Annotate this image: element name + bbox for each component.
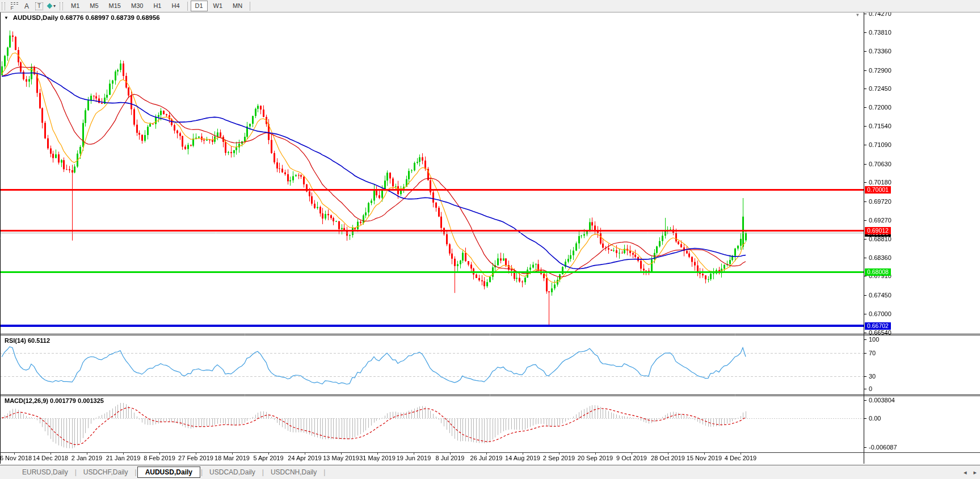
price-level-badge: 0.66702 <box>865 322 891 330</box>
macd-axis-label: 0.00 <box>869 415 881 422</box>
price-tick-label: 0.70630 <box>869 161 891 167</box>
timeframe-button-h1[interactable]: H1 <box>149 1 166 11</box>
open-value: 0.68776 <box>60 14 84 21</box>
price-tick-label: 0.67450 <box>869 292 891 299</box>
symbol-tabs: EURUSD,Daily|USDCHF,Daily|AUDUSD,Daily|U… <box>16 467 326 478</box>
date-label: 15 Nov 2019 <box>687 455 722 461</box>
price-tick-label: 0.72450 <box>869 85 891 92</box>
price-level-badge: 0.68008 <box>865 268 891 276</box>
price-tick-label: 0.68360 <box>869 254 891 261</box>
chart-title: ▼ AUDUSD,Daily 0.68776 0.68997 0.68739 0… <box>4 14 160 21</box>
date-label: 19 Jun 2019 <box>397 455 431 461</box>
date-label: 18 Mar 2019 <box>214 455 250 461</box>
toolbar-drag-handle[interactable] <box>2 2 5 10</box>
high-value: 0.68997 <box>86 14 110 21</box>
timeframe-button-m1[interactable]: M1 <box>66 1 84 11</box>
price-tick-label: 0.67000 <box>869 310 891 317</box>
price-tick-label: 0.70180 <box>869 179 891 186</box>
date-label: 14 Aug 2019 <box>505 455 540 461</box>
date-label: 26 Jul 2019 <box>470 455 503 461</box>
toolbar-drag-handle[interactable] <box>60 2 63 10</box>
price-level-badge: 0.69012 <box>865 227 891 234</box>
collapse-triangle-icon[interactable]: ▼ <box>4 15 9 20</box>
shapes-tool-button[interactable]: ▾ <box>46 1 57 11</box>
date-label: 21 Jan 2019 <box>106 455 141 461</box>
tab-separator: | <box>262 468 264 476</box>
rsi-axis-label: 0 <box>869 385 872 392</box>
tab-usdcnh[interactable]: USDCNH,Daily <box>264 467 323 478</box>
price-tick-label: 0.69720 <box>869 198 891 205</box>
price-tick-label: 0.71540 <box>869 123 891 129</box>
price-tick-label: 0.73810 <box>869 29 891 36</box>
date-label: 2 Sep 2019 <box>543 455 575 461</box>
tab-audusd[interactable]: AUDUSD,Daily <box>137 467 200 478</box>
symbol-label: AUDUSD,Daily <box>13 14 58 21</box>
timeframe-button-w1[interactable]: W1 <box>209 1 228 11</box>
price-chart-canvas[interactable] <box>0 0 980 479</box>
chevron-down-icon: ▾ <box>53 3 56 9</box>
date-label: 28 Oct 2019 <box>651 455 685 461</box>
date-label: 5 Apr 2019 <box>253 455 283 461</box>
date-label: 8 Jul 2019 <box>436 455 465 461</box>
date-label: 9 Oct 2019 <box>616 455 647 461</box>
date-label: 14 Dec 2018 <box>33 455 68 461</box>
timeframe-button-h4[interactable]: H4 <box>167 1 184 11</box>
tab-separator: | <box>323 468 325 476</box>
price-tick-label: 0.72900 <box>869 67 891 74</box>
date-label: 2 Jan 2019 <box>71 455 102 461</box>
tab-scroll-right-icon[interactable]: ▸ <box>973 469 977 476</box>
fibonacci-icon: F <box>11 1 18 11</box>
timeframe-button-mn[interactable]: MN <box>228 1 247 11</box>
tab-scroll-left-icon[interactable]: ◂ <box>964 469 967 476</box>
tab-usdcad[interactable]: USDCAD,Daily <box>203 467 262 478</box>
rsi-axis-label: 70 <box>869 350 876 356</box>
low-value: 0.68739 <box>111 14 134 21</box>
fibonacci-tool-button[interactable]: F <box>9 1 20 11</box>
toolbar-separator <box>250 2 250 11</box>
tab-separator: | <box>135 468 137 476</box>
top-toolbar: F A T ▾ M1M5M15M30H1H4D1W1MN <box>0 0 980 12</box>
date-label: 31 May 2019 <box>359 455 396 461</box>
symbol-tab-bar: EURUSD,Daily|USDCHF,Daily|AUDUSD,Daily|U… <box>0 465 980 479</box>
tab-eurusd[interactable]: EURUSD,Daily <box>16 467 74 478</box>
price-tick-label: 0.66540 <box>869 329 891 336</box>
text-t-icon: T <box>35 2 43 10</box>
price-level-badge: 0.70001 <box>865 186 891 194</box>
close-value: 0.68956 <box>136 14 160 21</box>
tab-separator: | <box>75 468 77 476</box>
date-label: 8 Feb 2019 <box>144 455 175 461</box>
macd-axis-label: -0.006087 <box>869 444 897 451</box>
timeframe-button-d1[interactable]: D1 <box>191 1 208 11</box>
macd-indicator-label: MACD(12,26,9) 0.001779 0.001325 <box>5 397 104 404</box>
date-label: 26 Nov 2018 <box>0 455 32 461</box>
text-label-tool-button[interactable]: T <box>33 1 45 11</box>
price-tick-label: 0.69270 <box>869 217 891 224</box>
rsi-axis-label: 100 <box>869 336 879 343</box>
toolbar-separator <box>187 2 188 11</box>
price-tick-label: 0.72000 <box>869 104 891 111</box>
timeframe-button-group: M1M5M15M30H1H4D1W1MN <box>66 1 247 11</box>
price-tick-label: 0.73360 <box>869 48 891 54</box>
macd-axis-label: 0.003804 <box>869 397 895 404</box>
text-annotation-tool-button[interactable]: A <box>21 1 32 11</box>
rsi-indicator-label: RSI(14) 60.5112 <box>5 337 50 344</box>
tab-usdchf[interactable]: USDCHF,Daily <box>77 467 134 478</box>
timeframe-button-m5[interactable]: M5 <box>85 1 103 11</box>
date-label: 24 Apr 2019 <box>288 455 321 461</box>
date-label: 13 May 2019 <box>323 455 359 461</box>
date-label: 4 Dec 2019 <box>725 455 756 461</box>
tab-separator: | <box>201 468 203 476</box>
timeframe-button-m30[interactable]: M30 <box>127 1 148 11</box>
rsi-axis-label: 30 <box>869 373 876 380</box>
shapes-icon <box>47 3 53 9</box>
timeframe-button-m15[interactable]: M15 <box>104 1 125 11</box>
text-a-icon: A <box>24 2 29 10</box>
chart-shift-marker-icon[interactable]: ▾ <box>856 12 859 18</box>
date-label: 20 Sep 2019 <box>578 455 613 461</box>
price-tick-label: 0.71090 <box>869 141 891 148</box>
date-label: 27 Feb 2019 <box>178 455 213 461</box>
